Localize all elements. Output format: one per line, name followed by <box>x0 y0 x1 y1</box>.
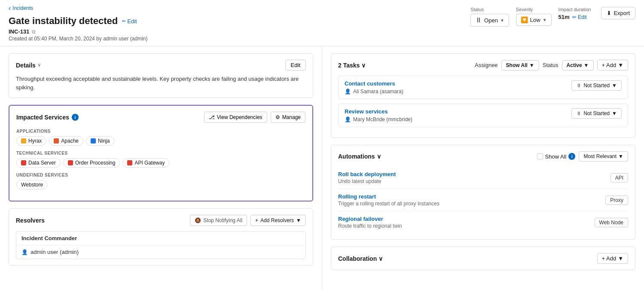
hyrax-icon <box>21 138 26 143</box>
bell-icon: 🔕 <box>195 217 201 223</box>
person-icon: 👤 <box>345 116 351 122</box>
list-item[interactable]: Data Server <box>16 158 61 168</box>
automation-title-rolling[interactable]: Rolling restart <box>338 193 605 200</box>
status-filter-label: Status <box>543 62 559 68</box>
status-filter-button[interactable]: Active ▼ <box>562 60 594 70</box>
task-status-button-review[interactable]: ⏸ Not Started ▼ <box>571 108 622 119</box>
add-resolvers-button[interactable]: + Add Resolvers ▼ <box>250 215 306 226</box>
list-item[interactable]: Ninja <box>86 136 114 146</box>
export-button[interactable]: ⬇ Export <box>601 7 635 19</box>
status-dropdown-arrow: ▼ <box>500 18 504 23</box>
tasks-chevron: ∨ <box>361 62 366 69</box>
plus-icon: + <box>255 217 258 223</box>
back-link[interactable]: Incidents <box>9 4 33 12</box>
list-item[interactable]: API Gateway <box>122 158 169 168</box>
show-all-checkbox[interactable] <box>537 153 543 159</box>
assignee-dropdown-arrow: ▼ <box>529 62 534 68</box>
table-row: Contact customers 👤 Ali Samara (asamara)… <box>338 76 628 99</box>
automation-tag-webnode: Web Node <box>595 218 628 227</box>
manage-icon: ⚙ <box>275 114 280 120</box>
collaboration-chevron: ∨ <box>378 255 383 262</box>
person-icon: 👤 <box>345 89 351 95</box>
status-label: Status <box>470 7 509 12</box>
status-dropdown-arrow: ▼ <box>584 62 589 68</box>
task-assignee-review: 👤 Mary McBride (mmcbride) <box>345 116 412 122</box>
list-item[interactable]: Hyrax <box>16 136 46 146</box>
list-item[interactable]: Webstore <box>16 180 48 189</box>
automation-desc-failover: Route traffic to regional twin <box>338 223 595 229</box>
automations-info-icon[interactable]: i <box>568 153 575 160</box>
undefined-label: UNDEFINED SERVICES <box>16 173 305 177</box>
impacted-services-section: Impacted Services i ⎇ View Dependencies … <box>9 105 313 201</box>
most-relevant-button[interactable]: Most Relevant ▼ <box>579 151 628 162</box>
details-title: Details ∨ <box>16 62 41 69</box>
automations-title: Automations ∨ <box>338 153 381 160</box>
tasks-section: 2 Tasks ∨ Assignee Show All ▼ Status Act… <box>331 53 635 138</box>
task-title-review[interactable]: Review services <box>345 108 412 115</box>
add-task-dropdown-arrow: ▼ <box>618 62 623 68</box>
details-edit-button[interactable]: Edit <box>285 60 306 70</box>
manage-button[interactable]: ⚙ Manage <box>271 112 305 123</box>
task-status-arrow: ▼ <box>612 110 617 116</box>
resolver-group-header: Incident Commander <box>16 232 305 245</box>
status-icon: ⏸ <box>576 110 581 116</box>
resolver-group: Incident Commander 👤 admin user (admin) <box>16 231 306 259</box>
stop-notifying-all-button[interactable]: 🔕 Stop Notifying All <box>190 215 247 226</box>
task-status-arrow: ▼ <box>612 82 617 89</box>
collaboration-section: Collaboration ∨ + Add ▼ <box>331 247 635 270</box>
details-section: Details ∨ Edit Throughput exceeding acce… <box>9 53 313 98</box>
relevant-dropdown-arrow: ▼ <box>618 153 623 159</box>
assignee-filter-button[interactable]: Show All ▼ <box>501 60 539 70</box>
list-item[interactable]: Order Processing <box>63 158 120 168</box>
collaboration-add-button[interactable]: + Add ▼ <box>597 253 629 264</box>
technical-services-group: TECHNICAL SERVICES Data Server Order Pro… <box>16 151 305 168</box>
show-all-checkbox-label[interactable]: Show All i <box>537 153 576 160</box>
data-server-icon <box>21 160 26 165</box>
incident-edit-link[interactable]: Edit <box>122 18 137 24</box>
table-row: Roll back deployment Undo latest update … <box>338 167 628 189</box>
automations-section: Automations ∨ Show All i Most Relevant ▼ <box>331 145 635 240</box>
automation-title-failover[interactable]: Regional failover <box>338 216 595 222</box>
collaboration-title: Collaboration ∨ <box>338 255 383 262</box>
task-title-contact[interactable]: Contact customers <box>345 80 403 87</box>
resolvers-title: Resolvers <box>16 217 45 224</box>
impact-value: 51m <box>559 14 570 20</box>
details-description: Throughput exceeding acceptable and sust… <box>16 75 306 92</box>
person-icon: 👤 <box>21 249 28 255</box>
list-item[interactable]: Apache <box>49 136 83 146</box>
api-gateway-icon <box>127 160 132 165</box>
automation-desc-rolling: Trigger a rolling restart of all proxy i… <box>338 201 605 207</box>
impacted-info-icon[interactable]: i <box>72 114 79 121</box>
details-chevron: ∨ <box>37 62 41 68</box>
incident-title: Gate instability detected <box>9 15 118 27</box>
assignee-filter-label: Assignee <box>475 62 497 68</box>
severity-dropdown-btn[interactable]: 🔽 Low ▼ <box>516 14 552 26</box>
undefined-services-group: UNDEFINED SERVICES Webstore <box>16 173 305 189</box>
copy-icon[interactable]: ⧉ <box>32 29 36 35</box>
impact-edit-link[interactable]: ✏ Edit <box>572 14 587 20</box>
table-row: Regional failover Route traffic to regio… <box>338 211 628 233</box>
automation-tag-proxy: Proxy <box>605 195 628 205</box>
task-status-button-contact[interactable]: ⏸ Not Started ▼ <box>571 80 622 91</box>
automation-tag-api: API <box>610 173 628 183</box>
resolvers-section: Resolvers 🔕 Stop Notifying All + Add Res… <box>9 208 313 266</box>
incident-meta: Created at 05:40 PM, March 20, 2024 by a… <box>9 36 470 42</box>
table-row: Rolling restart Trigger a rolling restar… <box>338 189 628 211</box>
automation-title-rollback[interactable]: Roll back deployment <box>338 171 610 177</box>
collab-add-dropdown-arrow: ▼ <box>618 255 623 262</box>
view-dependencies-button[interactable]: ⎇ View Dependencies <box>204 112 267 123</box>
task-assignee-contact: 👤 Ali Samara (asamara) <box>345 89 403 95</box>
ninja-icon <box>91 138 96 143</box>
technical-tags: Data Server Order Processing API Gateway <box>16 158 305 168</box>
dependencies-icon: ⎇ <box>209 114 215 120</box>
undefined-tags: Webstore <box>16 180 305 189</box>
order-processing-icon <box>68 160 73 165</box>
automation-desc-rollback: Undo latest update <box>338 178 610 184</box>
add-task-button[interactable]: + Add ▼ <box>597 60 629 70</box>
applications-tags: Hyrax Apache Ninja <box>16 136 305 146</box>
applications-group: APPLICATIONS Hyrax Apache Ninja <box>16 129 305 146</box>
add-dropdown-arrow: ▼ <box>296 217 301 223</box>
severity-dropdown-arrow: ▼ <box>543 18 547 22</box>
status-dropdown-btn[interactable]: ⏸ Open ▼ <box>470 14 509 27</box>
status-icon: ⏸ <box>576 82 581 89</box>
